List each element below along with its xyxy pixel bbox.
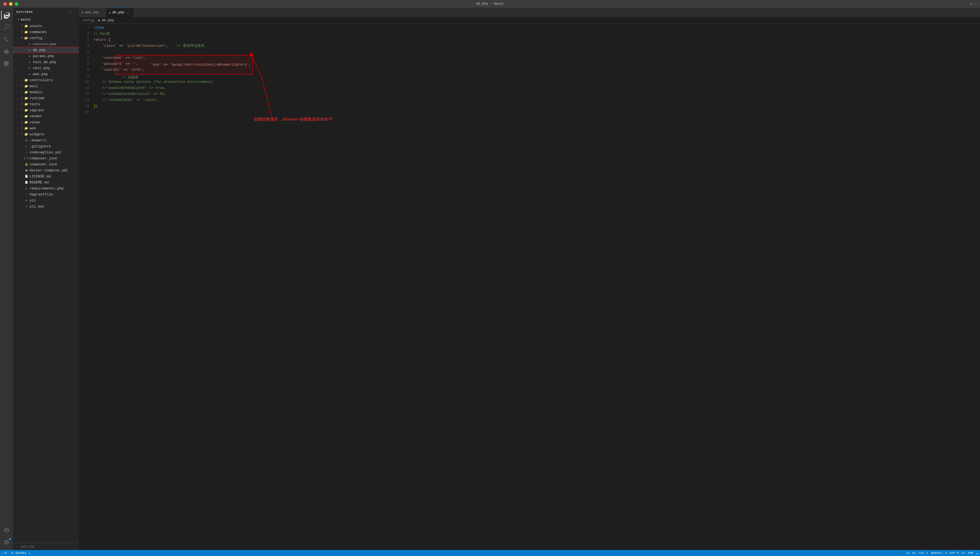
file-yii[interactable]: ◻ yii (13, 197, 79, 204)
activity-extensions[interactable] (1, 58, 12, 69)
params-php-label: params.php (33, 54, 76, 58)
config-chevron (20, 36, 24, 40)
folder-tests[interactable]: 📁 tests (13, 101, 79, 107)
sidebar-more-icon[interactable]: ··· (68, 10, 76, 14)
folder-runtime[interactable]: 📁 runtime (13, 95, 79, 101)
file-docker-compose[interactable]: 🐳 docker-compose.yml (13, 167, 79, 173)
activity-account[interactable] (1, 525, 12, 536)
file-readme-md[interactable]: 📄 README.md (13, 179, 79, 185)
code-line-14: ]; (94, 103, 980, 109)
status-bar-left: ⚡ 0 ⚠ 0 Quokka ✦ (2, 551, 904, 555)
activity-source-control[interactable] (1, 34, 12, 45)
app-body: 1 EXPLORER ··· BASIC 📁 assets (0, 8, 980, 550)
status-encoding[interactable]: UTF-8 (950, 551, 959, 554)
line-numbers: 1 2 3 4 5 6 7 8 9 10 11 12 13 14 15 (79, 24, 92, 550)
folder-mail[interactable]: 📁 mail (13, 83, 79, 89)
vendor-chevron (20, 114, 24, 118)
file-bowerrc[interactable]: ◉ .bowerrc (13, 137, 79, 143)
file-console-php[interactable]: ◈ console.php (13, 41, 79, 47)
status-line-ending[interactable]: LF (961, 551, 965, 554)
split-editor-icon[interactable]: ⊟ (970, 2, 972, 6)
window-controls[interactable] (3, 2, 18, 6)
vendor-folder-icon: 📁 (24, 114, 28, 118)
docker-compose-label: docker-compose.yml (29, 168, 76, 173)
section-basic-label: BASIC (21, 18, 31, 21)
tab-db-php[interactable]: ◈ db.php ✕ (106, 8, 133, 17)
file-yii-bat[interactable]: ◻ yii.bat (13, 204, 79, 209)
code-line-1: <?php (94, 25, 980, 31)
status-spaces[interactable]: Spaces: 4 (931, 551, 947, 554)
assets-folder-icon: 📁 (24, 24, 28, 28)
gitignore-icon: ⊗ (24, 144, 28, 149)
folder-widgets[interactable]: 📁 widgets (13, 131, 79, 137)
status-language[interactable]: PHP (968, 551, 974, 554)
close-button[interactable] (3, 2, 7, 6)
activity-settings[interactable]: 1 (1, 537, 12, 548)
yii-bat-label: yii.bat (29, 204, 76, 208)
file-codeception-yml[interactable]: ◈ codeception.yml (13, 149, 79, 155)
code-line-5: 'dsn' => 'mysql:host=localhost;dbname=li… (94, 49, 980, 55)
file-params-php[interactable]: ◈ params.php (13, 53, 79, 59)
license-md-label: LICENSE.md (29, 175, 76, 178)
db-php-tab-close[interactable]: ✕ (126, 10, 130, 15)
file-test-db-php[interactable]: ◈ test_db.php (13, 59, 79, 65)
file-test-php[interactable]: ◈ test.php (13, 65, 79, 71)
status-quokka-icon[interactable]: ✦ (28, 551, 30, 555)
file-requirements-php[interactable]: ◈ requirements.php (13, 185, 79, 191)
sidebar-content[interactable]: BASIC 📁 assets 📁 commands 📂 config (13, 16, 79, 543)
status-line-col[interactable]: Ln 15, Col 1 (906, 551, 928, 554)
file-web-php[interactable]: ◈ web.php (13, 71, 79, 77)
breadcrumb-db-php: ◈ db.php (98, 18, 114, 23)
runtime-folder-icon: 📁 (24, 96, 28, 100)
yii-label: yii (29, 199, 76, 202)
warning-icon: ⚠ (9, 551, 11, 555)
folder-commands[interactable]: 📁 commands (13, 29, 79, 35)
breadcrumb-config: config (82, 19, 94, 23)
views-chevron (20, 120, 24, 124)
folder-config[interactable]: 📂 config (13, 35, 79, 41)
vagrantfile-label: Vagrantfile (29, 192, 76, 197)
status-errors[interactable]: ⚡ 0 (2, 551, 6, 555)
models-folder-icon: 📁 (24, 90, 28, 94)
file-vagrantfile[interactable]: V Vagrantfile (13, 191, 79, 197)
maximize-button[interactable] (15, 2, 18, 6)
file-composer-lock[interactable]: 🔒 composer.lock (13, 161, 79, 167)
minimize-button[interactable] (9, 2, 13, 6)
activity-search[interactable] (1, 22, 12, 33)
file-composer-json[interactable]: { } composer.json (13, 155, 79, 161)
folder-vagrant[interactable]: 📁 vagrant (13, 107, 79, 113)
yii-icon: ◻ (24, 198, 28, 202)
controllers-folder-icon: 📁 (24, 78, 28, 82)
file-db-php[interactable]: ◈ db.php (13, 47, 79, 53)
tab-web-php[interactable]: ◈ web.php (79, 8, 106, 17)
activity-explorer[interactable] (1, 10, 12, 21)
activity-debug[interactable] (1, 46, 12, 57)
bowerrc-label: .bowerrc (29, 138, 76, 142)
controllers-label: controllers (29, 78, 76, 82)
code-line-11: //'enableSchemaCache' => true, (94, 85, 980, 91)
assets-chevron (20, 24, 24, 28)
section-basic[interactable]: BASIC (13, 16, 79, 23)
file-license-md[interactable]: 📄 LICENSE.md (13, 173, 79, 179)
code-editor[interactable]: 1 2 3 4 5 6 7 8 9 10 11 12 13 14 15 <?ph… (79, 24, 980, 550)
folder-vendor[interactable]: 📁 vendor (13, 113, 79, 119)
folder-web[interactable]: 📁 web (13, 125, 79, 131)
code-content[interactable]: <?php // Dao层 return [ 'class' => 'yii\d… (92, 24, 980, 550)
file-gitignore[interactable]: ⊗ .gitignore (13, 143, 79, 149)
sidebar-outline[interactable]: OUTLINE (13, 543, 79, 550)
quokka-star-icon: ✦ (28, 551, 30, 555)
web-label: web (29, 126, 76, 130)
folder-controllers[interactable]: 📁 controllers (13, 77, 79, 83)
requirements-php-icon: ◈ (24, 186, 28, 191)
web-php-label: web.php (33, 72, 76, 76)
sidebar-header-icons[interactable]: ··· (68, 10, 76, 14)
status-quokka[interactable]: Quokka (15, 551, 26, 554)
more-actions-icon[interactable]: ⋯ (975, 2, 977, 6)
status-cloud-icon[interactable]: ☁ (976, 551, 978, 555)
folder-views[interactable]: 📁 views (13, 119, 79, 125)
folder-models[interactable]: 📁 models (13, 89, 79, 95)
sidebar: EXPLORER ··· BASIC 📁 assets 📁 commands (13, 8, 79, 550)
status-warnings[interactable]: ⚠ 0 (9, 551, 13, 555)
folder-assets[interactable]: 📁 assets (13, 23, 79, 29)
code-line-15 (94, 109, 980, 115)
